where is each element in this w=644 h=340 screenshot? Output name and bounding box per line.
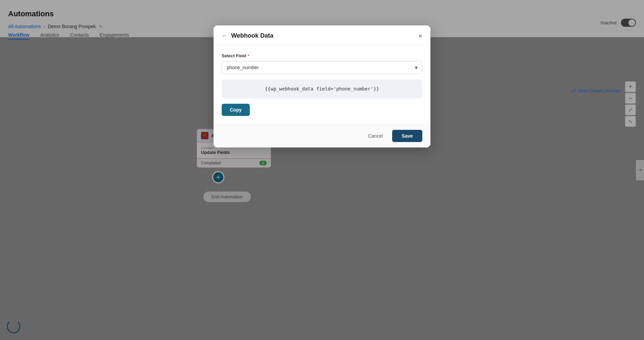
modal-backdrop: ← Webhook Data × Select Field * phone_nu… [0, 0, 644, 340]
required-star: * [247, 53, 249, 58]
copy-button[interactable]: Copy [222, 104, 250, 116]
modal-body: Select Field * phone_number email first_… [214, 45, 430, 124]
webhook-code-value: {{wp_webhook_data field='phone_number'}} [265, 86, 379, 92]
save-button[interactable]: Save [392, 130, 422, 142]
select-field-label: Select Field * [222, 53, 422, 58]
modal-footer: Cancel Save [214, 124, 430, 147]
modal-header-left: ← Webhook Data [222, 32, 274, 39]
modal-back-button[interactable]: ← [222, 32, 228, 39]
webhook-code-box: {{wp_webhook_data field='phone_number'}} [222, 79, 422, 98]
field-select-wrapper: phone_number email first_name last_name … [222, 61, 422, 74]
modal-header: ← Webhook Data × [214, 25, 430, 45]
field-select[interactable]: phone_number email first_name last_name [222, 61, 422, 74]
modal-title: Webhook Data [231, 32, 274, 39]
webhook-data-modal: ← Webhook Data × Select Field * phone_nu… [214, 25, 430, 147]
modal-close-button[interactable]: × [418, 33, 422, 39]
cancel-button[interactable]: Cancel [363, 130, 388, 142]
